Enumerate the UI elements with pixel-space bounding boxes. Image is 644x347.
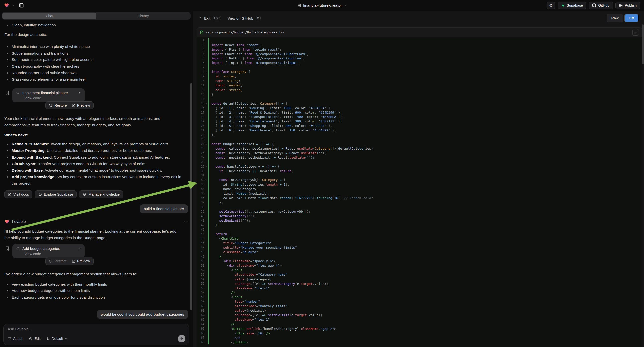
panel-toggle-icon[interactable] [19,3,24,8]
more-options-icon[interactable]: ⋯ [184,219,188,224]
code-line: 47 subtitle="Manage your spending limits… [197,245,642,250]
list-item: Each category gets a unique color for vi… [4,294,188,301]
attach-button[interactable]: Attach [8,336,24,340]
code-text [208,137,642,142]
restore-button[interactable]: Restore [49,103,67,107]
user-message-bubble: build a financial planner [140,204,188,213]
code-text: onChange={(e) => setNewLimit(e.target.va… [208,313,642,318]
code-text: { id: '6', name: 'Healthcare', limit: 15… [208,128,642,133]
settings-button[interactable]: ⚙ [547,2,555,10]
collapse-file-button[interactable] [632,29,639,36]
code-line: 15const defaultCategories: Category[] = … [197,101,642,106]
g-shortcut-badge: G [256,16,261,20]
visit-docs-button[interactable]: Visit docs [4,190,32,198]
publish-button[interactable]: Publish [615,2,640,10]
diff-button[interactable]: Diff [624,14,639,22]
code-text: import React from 'react'; [208,42,642,47]
code-text: <div className="flex gap-4"> [208,263,642,268]
visit-docs-label: Visit docs [14,192,29,196]
line-number: 42 [197,223,204,227]
line-number: 8 [197,70,204,74]
code-text: setCategories([...categories, newCategor… [208,209,642,214]
chevron-down-icon[interactable] [12,4,14,7]
list-item: Add project knowledge: Set key context o… [4,174,182,187]
chat-input[interactable] [8,327,185,331]
code-text: return ( [208,232,642,236]
send-button[interactable] [178,335,186,342]
fold-chevron-icon[interactable] [204,179,208,181]
project-switcher[interactable]: financial-future-creator [298,3,346,8]
code-line: 43 [197,227,642,232]
bookmark-icon[interactable] [5,246,10,251]
code-text: }; [208,200,642,204]
code-line: 34 name: newCategory, [197,187,642,191]
code-line: 64 /> [197,322,642,326]
tool-card-add-categories[interactable]: Add budget categories View code [12,244,85,258]
code-text: name: string; [208,79,642,83]
code-text: { id: '3', name: 'Transportation', limit… [208,115,642,119]
code-line: 31 [197,173,642,178]
github-button[interactable]: GitHub [589,2,613,10]
raw-button[interactable]: Raw [607,14,622,22]
added-text: I've added a new budget categories manag… [4,271,179,277]
file-header[interactable]: src/components/budget/BudgetCategories.t… [197,28,642,37]
bookmark-icon[interactable] [5,90,10,95]
tool-card-implement-planner[interactable]: Implement financial planner View code [12,88,85,102]
code-text: className="flex-1" [208,286,642,290]
line-number: 31 [197,174,204,177]
tab-chat[interactable]: Chat [2,13,96,19]
manage-knowledge-button[interactable]: Manage knowledge [79,190,123,198]
bullet-text: Minimalist interface with plenty of whit… [12,43,90,50]
code-line: 14 [197,96,642,101]
code-text: id: String(categories.length + 1), [208,182,642,187]
restore-preview-toolbar: Restore Preview [45,101,94,109]
code-line: 37 }; [197,200,642,204]
design-bullet-list: Minimalist interface with plenty of whit… [4,43,188,83]
code-text: const [categories, setCategories] = Reac… [208,146,642,150]
preview-label: Preview [77,259,90,263]
fold-chevron-icon[interactable] [204,143,208,145]
code-text [208,227,642,232]
exit-button[interactable]: Exit ESC [199,16,221,20]
code-scrollbar[interactable] [642,24,644,64]
fold-chevron-icon[interactable] [204,102,208,104]
code-text: const BudgetCategories = () => { [208,142,642,146]
line-number: 3 [197,48,204,51]
fold-chevron-icon[interactable] [204,165,208,168]
code-text: const [newCategory, setNewCategory] = Re… [208,150,642,155]
list-item: Add new budget categories with custom li… [4,288,188,294]
code-text: className="flex-1" [208,318,642,322]
line-number: 33 [197,183,204,186]
view-code-link[interactable]: View code [24,96,81,100]
code-line: 39 setCategories([...categories, newCate… [197,209,642,214]
restore-button[interactable]: Restore [49,259,67,263]
preview-button[interactable]: Preview [72,103,90,107]
code-text: <Button onClick={handleAddCategory} clas… [208,326,642,331]
tab-history[interactable]: History [96,13,190,19]
code-line: 4import ChartCard from '@/components/ui/… [197,52,642,56]
supabase-button[interactable]: Supabase [558,2,586,10]
edit-mode-button[interactable]: Edit [29,336,40,340]
explore-supabase-button[interactable]: Explore Supabase [35,190,77,198]
line-number: 53 [197,273,204,276]
fold-chevron-icon[interactable] [204,71,208,73]
list-item: Minimalist interface with plenty of whit… [4,43,188,50]
preview-button[interactable]: Preview [72,259,90,263]
assistant-help-text: I'll help you add budget categories to t… [4,228,179,241]
chat-panel: Chat History Clean, intuitive navigation… [0,11,193,347]
lovable-logo-icon[interactable] [4,3,10,8]
line-number: 64 [197,322,204,326]
view-code-link[interactable]: View code [24,252,81,256]
chevron-up-icon [634,31,637,34]
sliders-icon [46,337,50,340]
line-number: 39 [197,210,204,213]
view-on-github-button[interactable]: View on GitHub G [228,16,261,20]
code-line: 23 [197,137,642,142]
code-text: }; [208,223,642,227]
list-item: Soft, neutral color palette with light b… [4,56,188,63]
line-number: 1 [197,38,204,42]
tool-block-implement-planner: Implement financial planner View code Re… [4,88,188,111]
chat-scrollbar[interactable] [190,83,192,310]
mode-select[interactable]: Default [46,336,67,340]
line-number: 21 [197,129,204,132]
